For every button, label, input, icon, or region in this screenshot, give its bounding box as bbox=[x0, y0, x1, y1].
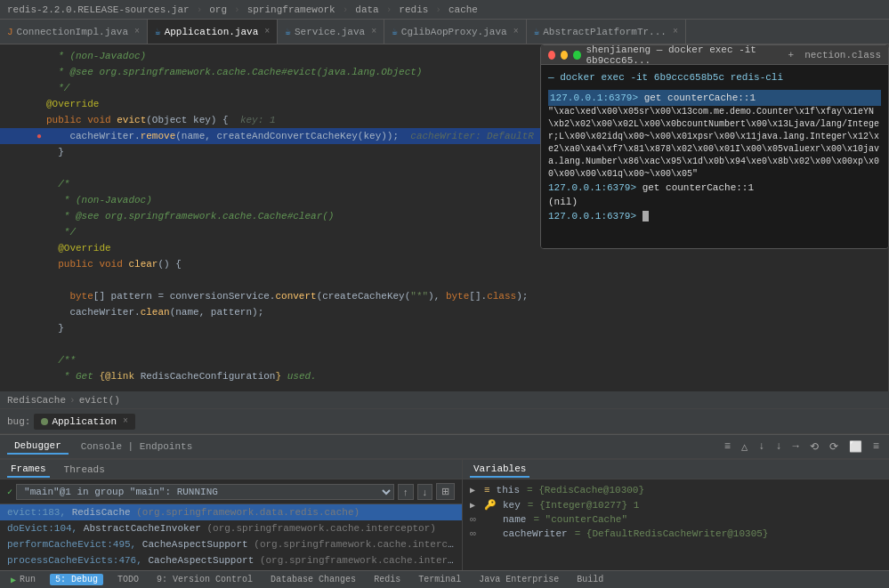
frame-performcacheevict[interactable]: performCacheEvict:495, CacheAspectSuppor… bbox=[0, 536, 462, 552]
step-out-icon[interactable]: ↓ bbox=[772, 439, 784, 455]
terminal-output-nil: (nil) bbox=[548, 195, 881, 209]
terminal-maximize-dot[interactable] bbox=[573, 51, 580, 60]
debugger-tab[interactable]: Debugger bbox=[7, 439, 69, 455]
close-icon[interactable]: × bbox=[134, 27, 140, 36]
thread-dropdown[interactable]: "main"@1 in group "main": RUNNING bbox=[16, 484, 394, 500]
thread-filter-btn[interactable]: ⊞ bbox=[436, 483, 455, 500]
nav-redis[interactable]: redis bbox=[395, 4, 432, 15]
var-object-icon: ≡ bbox=[484, 485, 490, 495]
session-tab-label: Application bbox=[52, 416, 117, 427]
code-line: byte[] pattern = conversionService.conve… bbox=[0, 288, 888, 304]
terminal-cmd-1: 127.0.0.1:6379> get counterCache::1 bbox=[548, 90, 881, 106]
close-icon-2[interactable]: × bbox=[264, 27, 270, 36]
close-icon-5[interactable]: × bbox=[673, 27, 678, 36]
terminal-close-dot[interactable] bbox=[548, 51, 555, 60]
session-tab-application[interactable]: Application × bbox=[34, 414, 135, 430]
java-icon: J bbox=[7, 27, 13, 37]
session-close-icon[interactable]: × bbox=[123, 416, 128, 426]
code-line: * Get {@link RedisCacheConfiguration} us… bbox=[0, 368, 888, 384]
var-expand-icon[interactable]: ▶ bbox=[470, 485, 481, 495]
status-debug[interactable]: 5: Debug bbox=[50, 574, 103, 585]
var-name[interactable]: ∞ name = "counterCache" bbox=[463, 512, 889, 527]
evaluate-icon[interactable]: ⟲ bbox=[807, 439, 821, 455]
frame-evict[interactable]: evict:183, RedisCache (org.springframewo… bbox=[0, 504, 462, 520]
tab-service[interactable]: ☕ Service.java × bbox=[278, 20, 384, 44]
terminal-minimize-dot[interactable] bbox=[561, 51, 568, 60]
status-build-label: Build bbox=[577, 575, 603, 584]
code-line: } bbox=[0, 320, 888, 336]
status-terminal[interactable]: Terminal bbox=[415, 575, 465, 584]
status-todo[interactable]: TODO bbox=[114, 575, 142, 584]
run-icon: ▶ bbox=[11, 575, 16, 585]
cursor-block bbox=[643, 211, 649, 222]
step-up-icon[interactable]: △ bbox=[739, 439, 750, 455]
frames-panel: Frames Threads ✓ "main"@1 in group "main… bbox=[0, 460, 463, 588]
var-name-icon: ∞ bbox=[470, 514, 481, 525]
threads-tab[interactable]: Threads bbox=[61, 463, 109, 477]
var-cachewriter-icon: ∞ bbox=[470, 528, 481, 539]
more-icon[interactable]: ≡ bbox=[870, 439, 882, 455]
settings-icon[interactable]: ⬜ bbox=[846, 439, 865, 455]
var-cachewriter[interactable]: ∞ cacheWriter = {DefaultRedisCacheWriter… bbox=[463, 527, 889, 541]
tab-cglibproxy[interactable]: ☕ CglibAopProxy.java × bbox=[384, 20, 526, 44]
step-into-icon[interactable]: ↓ bbox=[756, 439, 767, 455]
tab-label-4: CglibAopProxy.java bbox=[401, 27, 507, 37]
code-line bbox=[0, 336, 888, 352]
frame-doevict[interactable]: doEvict:104, AbstractCacheInvoker (org.s… bbox=[0, 520, 462, 536]
status-bar: ▶ Run 5: Debug TODO 9: Version Control D… bbox=[0, 570, 889, 588]
status-debug-label: 5: Debug bbox=[55, 575, 98, 584]
breadcrumb: RedisCache › evict() bbox=[0, 391, 889, 409]
nav-springframework[interactable]: springframework bbox=[244, 4, 339, 15]
debug-label: bug: bbox=[7, 416, 30, 427]
var-key-expand-icon[interactable]: ▶ bbox=[470, 500, 481, 511]
tab-abstractplatform[interactable]: ☕ AbstractPlatformTr... × bbox=[527, 20, 686, 44]
trace-icon[interactable]: ⟳ bbox=[827, 439, 841, 455]
tab-label-5: AbstractPlatformTr... bbox=[543, 27, 667, 37]
terminal-extra: nection.class bbox=[804, 50, 881, 60]
frames-panel-header: Frames Threads bbox=[0, 460, 462, 479]
code-line: cacheWriter.clean(name, pattern); bbox=[0, 304, 888, 320]
status-version[interactable]: 9: Version Control bbox=[153, 575, 256, 584]
step-over-icon[interactable]: ≡ bbox=[722, 439, 733, 455]
run-to-cursor-icon[interactable]: → bbox=[790, 439, 802, 455]
status-todo-label: TODO bbox=[117, 575, 139, 584]
var-key[interactable]: ▶ 🔑 key = {Integer@10277} 1 bbox=[463, 497, 889, 512]
status-javaent[interactable]: Java Enterprise bbox=[475, 575, 562, 584]
breadcrumb-rediscache[interactable]: RedisCache bbox=[7, 395, 66, 406]
nav-jar[interactable]: redis-2.2.0.RELEASE-sources.jar bbox=[4, 4, 193, 15]
new-tab-icon[interactable]: + bbox=[788, 50, 795, 60]
tab-label-3: Service.java bbox=[295, 27, 365, 37]
debug-panels: Frames Threads ✓ "main"@1 in group "main… bbox=[0, 459, 889, 588]
tab-application[interactable]: ☕ Application.java × bbox=[148, 20, 278, 44]
debug-toolbar: Debugger Console | Endpoints ≡ △ ↓ ↓ → ⟲… bbox=[0, 434, 889, 459]
status-dbchanges[interactable]: Database Changes bbox=[267, 575, 360, 584]
status-run[interactable]: ▶ Run bbox=[7, 575, 39, 585]
thread-running-icon: ✓ bbox=[7, 487, 12, 497]
thread-up-btn[interactable]: ↑ bbox=[398, 484, 414, 500]
java-icon-3: ☕ bbox=[285, 26, 291, 37]
nav-data[interactable]: data bbox=[352, 4, 382, 15]
session-status-dot bbox=[41, 418, 48, 425]
close-icon-4[interactable]: × bbox=[513, 27, 519, 36]
editor-tab-bar: J ConnectionImpl.java × ☕ Application.ja… bbox=[0, 20, 889, 44]
nav-org[interactable]: org bbox=[206, 4, 230, 15]
status-build[interactable]: Build bbox=[573, 575, 607, 584]
console-tab[interactable]: Console | Endpoints bbox=[74, 439, 199, 454]
breadcrumb-evict[interactable]: evict() bbox=[79, 395, 120, 406]
java-icon-4: ☕ bbox=[392, 26, 398, 37]
terminal-title: shenjianeng — docker exec -it 6b9ccc65..… bbox=[586, 44, 783, 66]
frames-tab[interactable]: Frames bbox=[7, 462, 50, 478]
thread-selector: ✓ "main"@1 in group "main": RUNNING ↑ ↓ … bbox=[0, 479, 462, 504]
frame-processcacheevicts[interactable]: processCacheEvicts:476, CacheAspectSuppo… bbox=[0, 552, 462, 568]
file-path-nav: redis-2.2.0.RELEASE-sources.jar › org › … bbox=[0, 0, 889, 20]
status-dbchanges-label: Database Changes bbox=[271, 575, 356, 584]
status-redis[interactable]: Redis bbox=[370, 575, 404, 584]
status-javaent-label: Java Enterprise bbox=[479, 575, 559, 584]
status-run-label: Run bbox=[20, 575, 36, 584]
close-icon-3[interactable]: × bbox=[371, 27, 376, 36]
var-this[interactable]: ▶ ≡ this = {RedisCache@10300} bbox=[463, 483, 889, 497]
thread-down-btn[interactable]: ↓ bbox=[417, 484, 433, 500]
variables-tab[interactable]: Variables bbox=[470, 462, 529, 478]
nav-cache[interactable]: cache bbox=[445, 4, 481, 15]
tab-connectionimpl[interactable]: J ConnectionImpl.java × bbox=[0, 20, 148, 44]
